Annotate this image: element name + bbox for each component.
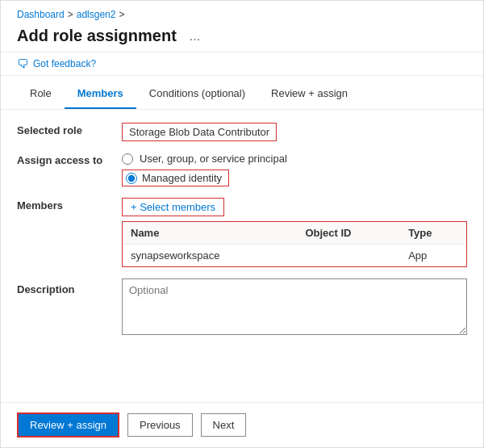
cell-name: synapseworkspace (123, 245, 297, 267)
members-table-wrapper: Name Object ID Type synapseworkspace App (122, 221, 467, 267)
feedback-text[interactable]: Got feedback? (33, 58, 96, 69)
col-type-header: Type (400, 222, 466, 245)
assign-access-label: Assign access to (17, 153, 122, 166)
members-value-wrapper: + Select members Name Object ID Type (122, 198, 467, 267)
tabs: Role Members Conditions (optional) Revie… (1, 79, 483, 110)
radio-user[interactable] (122, 153, 133, 165)
radio-user-item: User, group, or service principal (122, 153, 467, 165)
tab-members[interactable]: Members (65, 79, 136, 109)
feedback-bar[interactable]: 🗨 Got feedback? (1, 52, 483, 76)
selected-role-box: Storage Blob Data Contributor (122, 123, 277, 141)
description-input[interactable] (122, 278, 467, 335)
members-row: Members + Select members Name Object ID … (17, 198, 467, 267)
col-name-header: Name (123, 222, 297, 245)
description-value-wrapper (122, 278, 467, 337)
review-assign-button[interactable]: Review + assign (17, 412, 119, 438)
selected-role-label: Selected role (17, 123, 122, 136)
breadcrumb-sep2: > (119, 9, 124, 20)
cell-type: App (400, 245, 466, 267)
select-members-button[interactable]: + Select members (122, 198, 224, 216)
cell-object-id (297, 245, 400, 267)
next-button[interactable]: Next (201, 413, 247, 437)
table-row: synapseworkspace App (123, 245, 466, 267)
feedback-icon: 🗨 (17, 57, 28, 70)
tab-conditions[interactable]: Conditions (optional) (136, 79, 258, 109)
description-label: Description (17, 278, 122, 295)
assign-access-options: User, group, or service principal Manage… (122, 153, 467, 186)
assign-access-row: Assign access to User, group, or service… (17, 153, 467, 186)
radio-managed-item: Managed identity (122, 170, 467, 186)
radio-managed-label[interactable]: Managed identity (142, 172, 222, 184)
managed-identity-box: Managed identity (122, 170, 229, 186)
breadcrumb-sep1: > (68, 9, 73, 20)
tab-review[interactable]: Review + assign (258, 79, 361, 109)
breadcrumb-adlsgen2[interactable]: adlsgen2 (77, 9, 116, 20)
breadcrumb: Dashboard > adlsgen2 > (1, 1, 483, 23)
table-header-row: Name Object ID Type (123, 222, 466, 245)
selected-role-row: Selected role Storage Blob Data Contribu… (17, 123, 467, 141)
selected-role-value-wrapper: Storage Blob Data Contributor (122, 123, 467, 141)
members-table: Name Object ID Type synapseworkspace App (123, 222, 466, 266)
page-title: Add role assignment (17, 27, 177, 45)
radio-managed[interactable] (126, 173, 137, 184)
page-header: Add role assignment ... (1, 23, 483, 52)
content-area: Selected role Storage Blob Data Contribu… (1, 110, 483, 402)
radio-user-label[interactable]: User, group, or service principal (140, 153, 287, 165)
previous-button[interactable]: Previous (127, 413, 193, 437)
description-row: Description (17, 278, 467, 337)
col-object-id-header: Object ID (297, 222, 400, 245)
tab-role[interactable]: Role (17, 79, 65, 109)
ellipsis-button[interactable]: ... (185, 27, 205, 45)
members-label: Members (17, 198, 122, 211)
selected-role-value: Storage Blob Data Contributor (129, 126, 269, 138)
footer: Review + assign Previous Next (1, 402, 483, 447)
breadcrumb-dashboard[interactable]: Dashboard (17, 9, 65, 20)
